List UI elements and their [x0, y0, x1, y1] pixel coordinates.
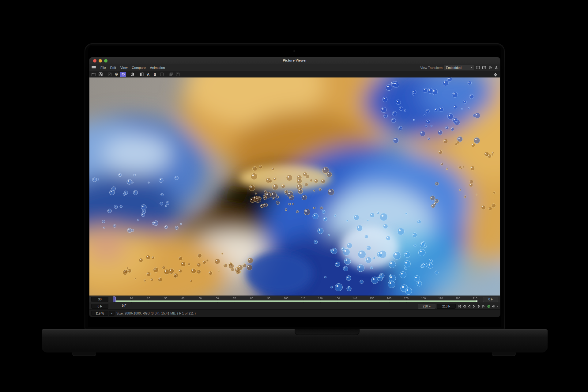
ruler-tick-label: 30: [164, 297, 167, 300]
open-external-icon[interactable]: [482, 65, 486, 70]
hamburger-menu-icon[interactable]: [92, 66, 96, 69]
timeline-track-row: 0 F 0 F 210 F 210 F: [89, 303, 500, 309]
laptop-base: [42, 329, 548, 352]
ruler-tick-label: 70: [233, 297, 236, 300]
ruler-tick-label: 130: [335, 297, 340, 300]
ruler-tick-label: 90: [267, 297, 270, 300]
render-region-button[interactable]: [107, 72, 113, 77]
view-transform-dropdown[interactable]: Embedded ▼: [444, 65, 474, 70]
end-frame-label: 210 F: [418, 304, 435, 309]
compare-swap-button[interactable]: [159, 72, 165, 77]
playback-settings-button[interactable]: ⚙: [486, 304, 491, 309]
webcam-dot: [293, 50, 295, 52]
end-frame-field[interactable]: 210 F: [437, 304, 456, 309]
current-frame-label: 0 F: [122, 304, 126, 307]
goto-start-button[interactable]: [457, 304, 462, 309]
titlebar[interactable]: Picture Viewer: [89, 57, 500, 64]
fps-field[interactable]: 30: [91, 297, 108, 302]
window-title: Picture Viewer: [89, 58, 500, 62]
compare-panels-button[interactable]: [138, 72, 145, 77]
ruler-tick-label: 50: [198, 297, 202, 300]
laptop-foot-left: [72, 352, 96, 356]
goto-end-button[interactable]: [481, 304, 486, 309]
menubar: File Edit View Compare Animation View Tr…: [89, 64, 500, 71]
compare-b-button[interactable]: B: [152, 72, 158, 77]
label-a: A: [147, 73, 149, 76]
ruler-tick-label: 160: [387, 297, 391, 300]
timeline-ruler[interactable]: 0102030405060708090100110120130140150160…: [111, 296, 481, 303]
compare-a-button[interactable]: A: [145, 72, 151, 77]
toolbar: ⚙✕ ⚙ A B: [89, 71, 500, 77]
range-start-field[interactable]: 0 F: [91, 304, 108, 309]
ruler-tick-label: 80: [250, 297, 253, 300]
render-image: [89, 77, 500, 296]
ruler-tick-label: 20: [147, 297, 150, 300]
ruler-tick-label: 110: [301, 297, 305, 300]
viewer-canvas[interactable]: [89, 77, 500, 296]
menu-animation[interactable]: Animation: [148, 66, 167, 70]
ruler-tick-label: 120: [318, 297, 323, 300]
cache-bar-end: [476, 300, 477, 302]
playhead[interactable]: [113, 296, 116, 302]
menu-view[interactable]: View: [118, 66, 130, 70]
playback-options-caret[interactable]: ▼: [496, 305, 499, 307]
laptop-foot-right: [492, 352, 516, 356]
ruler-tick-label: 40: [181, 297, 184, 300]
desktop-background: Picture Viewer File Edit View Compare An…: [0, 0, 588, 392]
clear-cache-button[interactable]: ⚙✕: [113, 72, 119, 77]
ruler-tick-label: 100: [284, 297, 288, 300]
ruler-tick-label: 190: [438, 297, 443, 300]
ruler-frame-field[interactable]: 0 F: [483, 297, 498, 302]
statusbar: 119 % ▼ Size: 2880x1800, RGB (8 Bit), 15…: [89, 309, 500, 317]
play-button[interactable]: [472, 304, 476, 309]
play-reverse-button[interactable]: [467, 304, 471, 309]
ruler-tick-label: 210: [473, 297, 477, 300]
contrast-filter-button[interactable]: [129, 72, 135, 77]
chevron-down-icon: ▼: [470, 66, 473, 69]
image-info-text: Size: 2880x1800, RGB (8 Bit), 15.41 MB, …: [116, 311, 196, 315]
label-b: B: [154, 73, 156, 76]
menu-edit[interactable]: Edit: [108, 66, 118, 70]
gear-icon: ⚙: [121, 72, 125, 76]
cache-bar: [114, 300, 477, 302]
anchor-dock-icon[interactable]: [494, 65, 499, 70]
ruler-tick-label: 200: [455, 297, 460, 300]
save-button[interactable]: [97, 72, 104, 77]
prev-frame-button[interactable]: [462, 304, 466, 309]
next-frame-button[interactable]: [477, 304, 481, 309]
view-transform-value: Embedded: [446, 66, 462, 70]
transport-controls: ⚙ ▼: [457, 304, 499, 309]
green-gear-icon: ⚙: [487, 304, 491, 308]
timeline-ruler-row: 30 0102030405060708090100110120130140150…: [89, 296, 500, 303]
ruler-tick-label: 150: [370, 297, 374, 300]
menu-compare[interactable]: Compare: [130, 66, 148, 70]
ruler-tick-label: 60: [216, 297, 219, 300]
gear-x-icon: ⚙✕: [115, 72, 118, 76]
render-settings-button[interactable]: ⚙: [120, 72, 126, 77]
sound-button[interactable]: [491, 304, 496, 309]
view-transform-label: View Transform: [420, 66, 443, 70]
pan-hand-icon[interactable]: [488, 65, 492, 70]
open-file-button[interactable]: [91, 72, 97, 77]
laptop-notch: [295, 329, 360, 335]
save-as-button[interactable]: [175, 72, 181, 77]
ruler-tick-label: 10: [130, 297, 133, 300]
picture-viewer-window: Picture Viewer File Edit View Compare An…: [89, 57, 500, 317]
ruler-tick-label: 170: [404, 297, 409, 300]
menu-file[interactable]: File: [98, 66, 108, 70]
copy-image-button[interactable]: [168, 72, 174, 77]
ruler-tick-label: 180: [421, 297, 426, 300]
zoom-dropdown[interactable]: ▼: [109, 311, 115, 316]
multipass-molecule-icon[interactable]: [492, 72, 498, 77]
split-view-icon[interactable]: [476, 65, 480, 70]
ruler-tick-label: 140: [352, 297, 357, 300]
zoom-level-field[interactable]: 119 %: [91, 311, 108, 316]
